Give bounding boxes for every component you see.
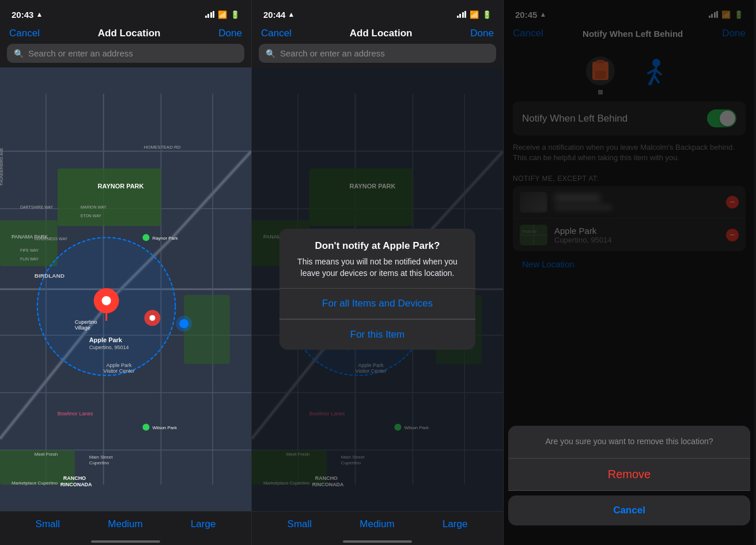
- svg-text:Cupertino, 95014: Cupertino, 95014: [89, 345, 129, 350]
- page-title-1: Add Location: [98, 28, 161, 39]
- svg-rect-11: [58, 168, 161, 226]
- svg-text:Bowlmor Lanes: Bowlmor Lanes: [58, 411, 93, 417]
- svg-point-22: [176, 316, 192, 332]
- done-button-1[interactable]: Done: [218, 28, 242, 39]
- cancel-button-2[interactable]: Cancel: [261, 28, 292, 39]
- svg-text:Raynor Park: Raynor Park: [152, 236, 177, 241]
- alert-title: Don't notify at Apple Park?: [279, 229, 475, 256]
- action-sheet: Are you sure you want to remove this loc…: [504, 426, 755, 545]
- search-icon-1: 🔍: [14, 49, 24, 58]
- size-small-1[interactable]: Small: [36, 518, 61, 530]
- svg-text:Wilson Park: Wilson Park: [152, 425, 177, 430]
- wifi-icon-2: 📶: [470, 10, 479, 19]
- status-icons-1: 📶 🔋: [205, 10, 240, 19]
- svg-text:INVERNESS WAY: INVERNESS WAY: [35, 237, 68, 241]
- svg-point-17: [102, 296, 111, 305]
- screen1: 20:43 ▲ 📶 🔋 Cancel Add Location Done 🔍 S…: [0, 0, 252, 545]
- location-arrow-icon: ▲: [36, 10, 43, 18]
- svg-text:HOMESTEAD RD: HOMESTEAD RD: [143, 145, 180, 150]
- alert-btn-this-item[interactable]: For this Item: [279, 320, 475, 350]
- svg-point-47: [142, 234, 149, 241]
- signal-icon-2: [457, 11, 467, 18]
- size-large-2[interactable]: Large: [443, 518, 467, 530]
- action-sheet-text: Are you sure you want to remove this loc…: [545, 437, 713, 446]
- svg-text:FIFE WAY: FIFE WAY: [20, 248, 39, 252]
- svg-point-20: [149, 315, 155, 321]
- wifi-icon: 📶: [218, 10, 227, 19]
- search-bar-1[interactable]: 🔍 Search or enter an address: [7, 44, 244, 63]
- search-input-2[interactable]: Search or enter an address: [280, 48, 385, 58]
- alert-btn-all-items[interactable]: For all Items and Devices: [279, 289, 475, 319]
- status-bar-1: 20:43 ▲ 📶 🔋: [0, 0, 251, 25]
- svg-text:RINCONADA: RINCONADA: [61, 482, 92, 487]
- alert-dialog: Don't notify at Apple Park? This means y…: [279, 229, 475, 350]
- done-button-2[interactable]: Done: [470, 28, 494, 39]
- svg-text:RAYNOR PARK: RAYNOR PARK: [98, 183, 144, 190]
- svg-text:RANCHO: RANCHO: [63, 475, 86, 481]
- svg-text:Cupertino: Cupertino: [89, 460, 109, 465]
- svg-text:MARION WAY: MARION WAY: [81, 205, 107, 209]
- alert-overlay: Don't notify at Apple Park? This means y…: [252, 67, 503, 511]
- signal-icon: [205, 11, 215, 18]
- svg-text:ETON WAY: ETON WAY: [81, 214, 102, 218]
- remove-location-button[interactable]: Remove: [508, 459, 750, 491]
- svg-text:DARTSHIRE WAY: DARTSHIRE WAY: [20, 205, 54, 209]
- svg-text:Visitor Center: Visitor Center: [104, 368, 135, 374]
- svg-rect-14: [184, 295, 230, 364]
- size-medium-1[interactable]: Medium: [108, 518, 142, 530]
- location-arrow-icon-2: ▲: [288, 10, 294, 18]
- svg-point-49: [142, 423, 149, 430]
- svg-text:Apple Park: Apple Park: [89, 336, 123, 343]
- svg-text:FLIN WAY: FLIN WAY: [20, 257, 39, 261]
- home-indicator-2: [252, 537, 503, 545]
- map-area-2[interactable]: RAYNOR PARK PANAMA PARK BIRDLAND Cuperti…: [252, 67, 503, 511]
- action-sheet-cancel-button[interactable]: Cancel: [508, 495, 750, 525]
- battery-icon: 🔋: [230, 10, 240, 19]
- svg-text:Village: Village: [75, 325, 90, 331]
- search-bar-2[interactable]: 🔍 Search or enter an address: [259, 44, 496, 63]
- time-2: 20:44 ▲: [263, 10, 294, 20]
- battery-icon-2: 🔋: [482, 10, 492, 19]
- screen3: 20:45 ▲ 📶 🔋 Cancel Notify When Left Behi…: [504, 0, 755, 545]
- bottom-bar-2: Small Medium Large: [252, 511, 503, 537]
- svg-text:BIRDLAND: BIRDLAND: [35, 272, 65, 279]
- screen2: 20:44 ▲ 📶 🔋 Cancel Add Location Done 🔍 S…: [252, 0, 504, 545]
- size-large-1[interactable]: Large: [191, 518, 216, 530]
- svg-text:Marketplace Cupertino: Marketplace Cupertino: [12, 480, 58, 486]
- search-icon-2: 🔍: [266, 49, 275, 58]
- action-sheet-message: Are you sure you want to remove this loc…: [508, 426, 750, 459]
- svg-text:Meet Fresh: Meet Fresh: [35, 452, 58, 457]
- map-svg-1: RAYNOR PARK PANAMA PARK BIRDLAND Cuperti…: [0, 67, 251, 511]
- map-area-1[interactable]: RAYNOR PARK PANAMA PARK BIRDLAND Cuperti…: [0, 67, 251, 511]
- alert-message: This means you will not be notified when…: [279, 256, 475, 288]
- status-bar-2: 20:44 ▲ 📶 🔋: [252, 0, 503, 25]
- svg-text:THUNDERBIRD AVE: THUNDERBIRD AVE: [0, 147, 3, 186]
- status-icons-2: 📶 🔋: [457, 10, 492, 19]
- svg-text:Main Street: Main Street: [89, 455, 114, 460]
- size-small-2[interactable]: Small: [288, 518, 312, 530]
- bottom-bar-1: Small Medium Large: [0, 511, 251, 537]
- page-title-2: Add Location: [350, 28, 413, 39]
- svg-text:Cupertino: Cupertino: [75, 319, 97, 325]
- nav-bar-2: Cancel Add Location Done: [252, 25, 503, 44]
- size-medium-2[interactable]: Medium: [360, 518, 394, 530]
- home-indicator-1: [0, 537, 251, 545]
- svg-text:Apple Park: Apple Park: [107, 362, 132, 368]
- time-1: 20:43 ▲: [12, 10, 43, 20]
- search-input-1[interactable]: Search or enter an address: [28, 48, 133, 58]
- nav-bar-1: Cancel Add Location Done: [0, 25, 251, 44]
- cancel-button-1[interactable]: Cancel: [9, 28, 40, 39]
